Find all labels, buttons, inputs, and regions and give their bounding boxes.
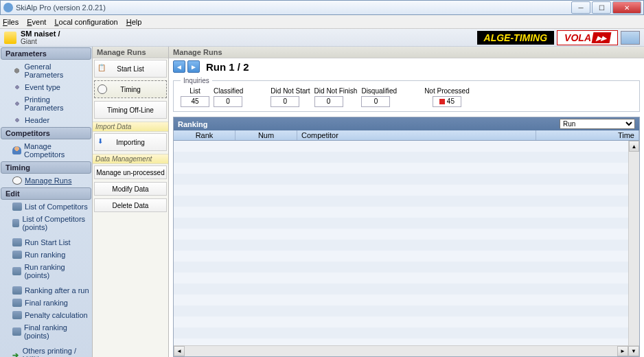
sidebar-item-general-parameters[interactable]: General Parameters bbox=[0, 60, 92, 81]
dot-icon bbox=[12, 83, 22, 91]
header: SM naiset / Giant ALGE-TIMING VOLA▸▸ bbox=[0, 29, 644, 47]
scroll-right-icon[interactable]: ► bbox=[617, 346, 628, 356]
lbl-classified: Classified bbox=[214, 87, 243, 95]
ranking-panel: Ranking Run Rank Num Competitor Time ▲ ◄… bbox=[173, 117, 640, 357]
import-data-h: Import Data bbox=[93, 122, 168, 132]
val-dsq[interactable]: 0 bbox=[361, 96, 390, 107]
center-title: Manage Runs bbox=[93, 47, 168, 58]
content: Manage Runs ◄ ► Run 1 / 2 Inquiries List… bbox=[169, 47, 644, 357]
menu-help[interactable]: Help bbox=[126, 18, 142, 26]
sidebar-item-header[interactable]: Header bbox=[0, 114, 92, 126]
document-subtitle: Giant bbox=[21, 38, 60, 45]
printer-icon bbox=[12, 267, 21, 275]
menu-local[interactable]: Local configuration bbox=[54, 18, 117, 26]
ranking-body: ▲ bbox=[174, 141, 639, 345]
window-title: SkiAlp Pro (version 2.0.21) bbox=[16, 3, 571, 12]
btn-timing[interactable]: Timing bbox=[94, 80, 167, 98]
window-titlebar: SkiAlp Pro (version 2.0.21) ─ ☐ ✕ bbox=[0, 0, 644, 15]
horizontal-scrollbar[interactable]: ◄ ► ▼ bbox=[174, 345, 639, 356]
close-button[interactable]: ✕ bbox=[612, 1, 641, 14]
scroll-up-icon[interactable]: ▲ bbox=[629, 141, 639, 152]
col-num[interactable]: Num bbox=[235, 130, 297, 140]
btn-importing[interactable]: ⬇Importing bbox=[94, 133, 167, 151]
sidebar-item-run-start-list[interactable]: Run Start List bbox=[0, 236, 92, 249]
ranking-title: Ranking bbox=[178, 120, 207, 128]
sidebar-item-manage-runs[interactable]: Manage Runs bbox=[0, 174, 92, 187]
sidebar-h-timing: Timing bbox=[1, 161, 91, 174]
val-classified[interactable]: 0 bbox=[214, 96, 242, 107]
lbl-dnf: Did Not Finish bbox=[314, 87, 358, 95]
menu-files[interactable]: Files bbox=[3, 18, 19, 26]
printer-icon bbox=[12, 251, 22, 259]
btn-manage-unprocessed[interactable]: Manage un-processed bbox=[94, 165, 167, 179]
printer-icon bbox=[12, 311, 22, 319]
lbl-not-processed: Not Processed bbox=[424, 87, 470, 95]
col-competitor[interactable]: Competitor bbox=[297, 130, 536, 140]
sidebar-h-edit: Edit bbox=[1, 187, 91, 200]
maximize-button[interactable]: ☐ bbox=[592, 1, 611, 14]
scroll-down-icon[interactable]: ▼ bbox=[628, 346, 639, 356]
printer-icon bbox=[12, 286, 22, 295]
vertical-scrollbar[interactable]: ▲ bbox=[628, 141, 639, 345]
btn-timing-offline[interactable]: Timing Off-Line bbox=[94, 101, 167, 119]
dot-icon bbox=[12, 100, 22, 108]
sidebar-item-printing-parameters[interactable]: Printing Parameters bbox=[0, 93, 92, 114]
document-icon bbox=[4, 32, 16, 44]
sidebar-item-run-ranking[interactable]: Run ranking bbox=[0, 249, 92, 261]
app-icon bbox=[3, 3, 13, 12]
printer-icon bbox=[12, 238, 22, 246]
printer-icon bbox=[12, 299, 22, 307]
user-icon bbox=[12, 146, 21, 154]
sidebar-item-event-type[interactable]: Event type bbox=[0, 81, 92, 93]
inquiries-fieldset: Inquiries List45 Classified0 Did Not Sta… bbox=[173, 77, 640, 112]
sidebar-item-list-competitors-points[interactable]: List of Competitors (points) bbox=[0, 213, 92, 233]
sidebar-item-final-ranking-points[interactable]: Final ranking (points) bbox=[0, 321, 92, 342]
minimize-button[interactable]: ─ bbox=[571, 1, 590, 14]
document-title: SM naiset / bbox=[21, 30, 60, 38]
sidebar-item-run-ranking-points[interactable]: Run ranking (points) bbox=[0, 261, 92, 281]
col-time[interactable]: Time bbox=[536, 130, 639, 140]
sidebar-item-penalty-calculation[interactable]: Penalty calculation bbox=[0, 309, 92, 321]
val-not-processed[interactable]: 45 bbox=[433, 96, 461, 107]
sidebar-item-manage-competitors[interactable]: Manage Competitors bbox=[0, 140, 92, 161]
val-dnf[interactable]: 0 bbox=[314, 96, 343, 107]
sidebar-h-parameters: Parameters bbox=[1, 47, 91, 60]
btn-modify-data[interactable]: Modify Data bbox=[94, 182, 167, 196]
lbl-list: List bbox=[181, 87, 209, 95]
next-run-button[interactable]: ► bbox=[187, 60, 200, 73]
btn-start-list[interactable]: 📋Start List bbox=[94, 60, 167, 78]
menu-bar: Files Event Local configuration Help bbox=[0, 15, 644, 29]
printer-icon bbox=[12, 219, 19, 227]
dot-icon bbox=[12, 116, 22, 124]
printer-icon bbox=[12, 203, 22, 211]
inquiries-legend: Inquiries bbox=[181, 77, 212, 84]
val-dns[interactable]: 0 bbox=[271, 96, 299, 107]
lbl-dsq: Disqualified bbox=[361, 87, 397, 95]
ranking-dropdown[interactable]: Run bbox=[560, 119, 635, 129]
brand-alge: ALGE-TIMING bbox=[477, 31, 555, 45]
gear-icon bbox=[12, 67, 21, 75]
menu-event[interactable]: Event bbox=[27, 18, 46, 26]
sidebar-item-final-ranking[interactable]: Final ranking bbox=[0, 297, 92, 309]
printer-icon bbox=[12, 327, 21, 336]
scroll-left-icon[interactable]: ◄ bbox=[174, 346, 185, 356]
brand-logo-icon bbox=[621, 31, 640, 45]
prev-run-button[interactable]: ◄ bbox=[173, 60, 185, 73]
content-title: Manage Runs bbox=[169, 47, 644, 58]
clock-icon bbox=[97, 84, 107, 94]
sidebar-item-ranking-after-run[interactable]: Ranking after a run bbox=[0, 284, 92, 297]
sidebar-item-list-competitors[interactable]: List of Competitors bbox=[0, 200, 92, 213]
sidebar: Parameters General Parameters Event type… bbox=[0, 47, 92, 357]
btn-delete-data[interactable]: Delete Data bbox=[94, 198, 167, 212]
val-list[interactable]: 45 bbox=[181, 96, 209, 107]
clock-icon bbox=[12, 176, 22, 185]
sidebar-item-others-printing[interactable]: ➔Others printing / Utilities... bbox=[0, 345, 92, 357]
sidebar-h-competitors: Competitors bbox=[1, 127, 91, 139]
data-management-h: Data Management bbox=[93, 154, 168, 164]
lbl-dns: Did Not Start bbox=[271, 87, 310, 95]
ranking-columns: Rank Num Competitor Time bbox=[174, 130, 639, 141]
col-rank[interactable]: Rank bbox=[174, 130, 235, 140]
brand-vola: VOLA▸▸ bbox=[557, 30, 618, 45]
run-title: Run 1 / 2 bbox=[206, 61, 249, 73]
arrow-right-icon: ➔ bbox=[12, 351, 20, 357]
